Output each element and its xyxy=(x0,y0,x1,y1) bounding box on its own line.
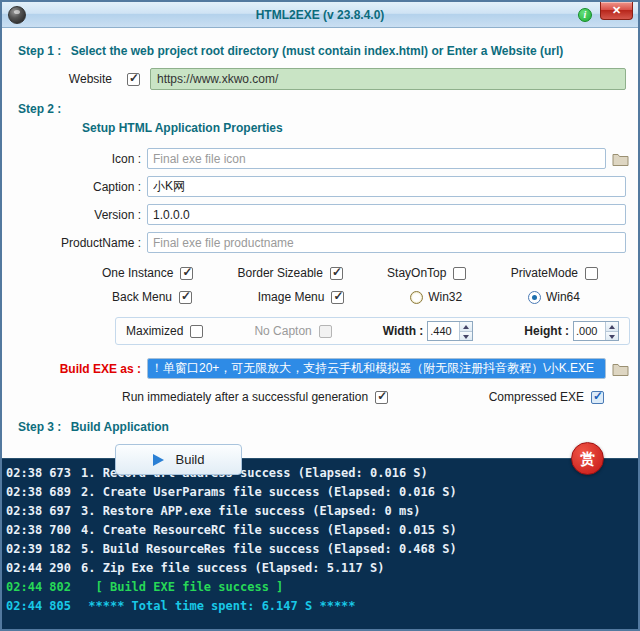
website-label: Website xyxy=(2,72,120,86)
height-spinner[interactable]: .000 xyxy=(573,321,619,341)
app-window: HTML2EXE (v 23.8.4.0) i ✕ Step 1 : Selec… xyxy=(0,0,640,631)
log-text: 5. Build ResourceRes file success (Elaps… xyxy=(81,542,457,556)
website-row: Website xyxy=(2,68,626,90)
option-win64: Win64 xyxy=(528,290,580,304)
titlebar[interactable]: HTML2EXE (v 23.8.4.0) i ✕ xyxy=(2,2,638,28)
folder-icon xyxy=(612,152,629,166)
log-time: 02:44 290 xyxy=(6,561,71,575)
productname-input[interactable] xyxy=(147,232,626,253)
log-text: 3. Restore APP.exe file success (Elapsed… xyxy=(81,504,421,518)
step1-label: Step 1 : xyxy=(18,44,61,58)
version-label: Version : xyxy=(2,208,147,222)
version-input[interactable] xyxy=(147,204,626,225)
width-spinner[interactable]: .440 xyxy=(427,321,473,341)
compressed-exe-checkbox[interactable] xyxy=(591,391,604,404)
build-exe-row: Build EXE as : ！单窗口20+，可无限放大，支持云手机和模拟器（附… xyxy=(2,358,630,379)
log-line: 02:38 6892. Create UserParams file succe… xyxy=(6,483,634,502)
step2-subtitle: Setup HTML Application Properties xyxy=(82,121,638,135)
log-line: 02:44 2906. Zip Exe file success (Elapse… xyxy=(6,559,634,578)
log-text: [ Build EXE file success ] xyxy=(81,580,283,594)
height-value[interactable]: .000 xyxy=(574,322,605,340)
option-win32: Win32 xyxy=(410,290,462,304)
option-border-sizeable: Border Sizeable xyxy=(238,266,343,280)
build-button-row: Build 赏 xyxy=(2,444,638,480)
stay-on-top-label: StayOnTop xyxy=(387,266,446,280)
option-compressed-exe: Compressed EXE xyxy=(489,390,604,404)
step3-heading: Step 3 : Build Application xyxy=(18,420,638,434)
run-options-row: Run immediately after a successful gener… xyxy=(2,390,638,404)
icon-input[interactable] xyxy=(147,148,606,169)
run-immediately-checkbox[interactable] xyxy=(375,391,388,404)
caption-row: Caption : xyxy=(2,176,630,197)
option-width: Width : .440 xyxy=(383,321,474,341)
reward-button[interactable]: 赏 xyxy=(571,442,604,475)
step3-text: Build Application xyxy=(71,420,169,434)
option-one-instance: One Instance xyxy=(102,266,193,280)
step1-heading: Step 1 : Select the web project root dir… xyxy=(18,44,638,58)
website-input[interactable] xyxy=(150,68,626,90)
log-time: 02:39 182 xyxy=(6,542,71,556)
log-time: 02:38 700 xyxy=(6,523,71,537)
build-button[interactable]: Build xyxy=(115,444,242,475)
option-private-mode: PrivateMode xyxy=(511,266,598,280)
log-console[interactable]: 02:38 6731. Record url address success (… xyxy=(2,458,638,629)
border-sizeable-label: Border Sizeable xyxy=(238,266,323,280)
width-value[interactable]: .440 xyxy=(428,322,459,340)
option-back-menu: Back Menu xyxy=(112,290,192,304)
log-time: 02:38 697 xyxy=(6,504,71,518)
icon-label: Icon : xyxy=(2,152,147,166)
option-run-immediately: Run immediately after a successful gener… xyxy=(122,390,388,404)
private-mode-label: PrivateMode xyxy=(511,266,578,280)
width-label: Width : xyxy=(383,324,424,338)
image-menu-checkbox[interactable] xyxy=(331,291,344,304)
folder-icon xyxy=(612,362,629,376)
step2-heading: Step 2 : xyxy=(18,102,638,116)
website-checkbox[interactable] xyxy=(127,73,140,86)
height-label: Height : xyxy=(524,324,569,338)
log-line-total: 02:44 805 ***** Total time spent: 6.147 … xyxy=(6,597,634,616)
log-line-success: 02:44 802 [ Build EXE file success ] xyxy=(6,578,634,597)
stay-on-top-checkbox[interactable] xyxy=(453,267,466,280)
log-line: 02:38 6973. Restore APP.exe file success… xyxy=(6,502,634,521)
private-mode-checkbox[interactable] xyxy=(585,267,598,280)
productname-label: ProductName : xyxy=(2,236,147,250)
option-image-menu: Image Menu xyxy=(258,290,345,304)
close-button[interactable]: ✕ xyxy=(600,2,633,20)
height-up-arrow-icon[interactable] xyxy=(606,322,618,331)
options-row-2: Back Menu Image Menu Win32 Win64 xyxy=(2,290,638,304)
win32-label: Win32 xyxy=(428,290,462,304)
compressed-exe-label: Compressed EXE xyxy=(489,390,584,404)
height-down-arrow-icon[interactable] xyxy=(606,331,618,341)
log-time: 02:38 689 xyxy=(6,485,71,499)
border-sizeable-checkbox[interactable] xyxy=(330,267,343,280)
info-icon[interactable]: i xyxy=(578,8,592,22)
log-text: 6. Zip Exe file success (Elapsed: 5.117 … xyxy=(81,561,384,575)
no-capton-label: No Capton xyxy=(254,324,311,338)
size-options-groupbox: Maximized No Capton Width : .440 Height xyxy=(115,317,630,345)
caption-input[interactable] xyxy=(147,176,626,197)
productname-row: ProductName : xyxy=(2,232,630,253)
width-up-arrow-icon[interactable] xyxy=(460,322,472,331)
option-no-capton: No Capton xyxy=(254,324,331,338)
main-content: Step 1 : Select the web project root dir… xyxy=(2,28,638,458)
win64-label: Win64 xyxy=(546,290,580,304)
maximized-checkbox[interactable] xyxy=(190,325,203,338)
build-exe-input[interactable]: ！单窗口20+，可无限放大，支持云手机和模拟器（附无限注册抖音教程）\小K.EX… xyxy=(147,358,606,379)
play-icon xyxy=(153,454,164,466)
back-menu-checkbox[interactable] xyxy=(179,291,192,304)
option-height: Height : .000 xyxy=(524,321,619,341)
build-exe-browse-button[interactable] xyxy=(610,360,630,378)
width-down-arrow-icon[interactable] xyxy=(460,331,472,341)
win64-radio[interactable] xyxy=(528,291,541,304)
option-stay-on-top: StayOnTop xyxy=(387,266,466,280)
log-time: 02:44 802 xyxy=(6,580,71,594)
one-instance-checkbox[interactable] xyxy=(180,267,193,280)
log-line: 02:39 1825. Build ResourceRes file succe… xyxy=(6,540,634,559)
step1-text: Select the web project root directory (m… xyxy=(71,44,564,58)
log-text: ***** Total time spent: 6.147 S ***** xyxy=(81,599,356,613)
win32-radio[interactable] xyxy=(410,291,423,304)
log-text: 4. Create ResourceRC file success (Elaps… xyxy=(81,523,457,537)
caption-label: Caption : xyxy=(2,180,147,194)
icon-browse-button[interactable] xyxy=(610,150,630,168)
build-exe-value: ！单窗口20+，可无限放大，支持云手机和模拟器（附无限注册抖音教程）\小K.EX… xyxy=(148,358,605,379)
